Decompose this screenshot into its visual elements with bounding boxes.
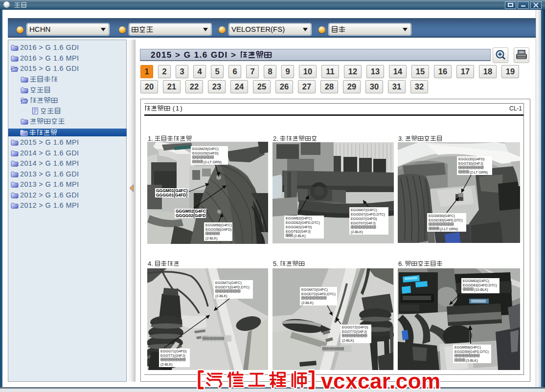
svg-text:EGGG56(G4FD): EGGG56(G4FD) xyxy=(205,227,232,232)
svg-text:(10-BLK): (10-BLK) xyxy=(474,287,488,292)
svg-text:EGGM62(G4FC): EGGM62(G4FC) xyxy=(286,216,312,220)
svg-text:(2-LT GRN): (2-LT GRN) xyxy=(204,160,222,164)
svg-text:GGGG02(G4FD): GGGG02(G4FD) xyxy=(176,213,207,218)
svg-text:EGGG07(G4FD): EGGG07(G4FD) xyxy=(351,217,377,221)
svg-text:(2-BLK): (2-BLK) xyxy=(301,301,314,305)
svg-text:(2-BLK): (2-BLK) xyxy=(215,294,227,298)
svg-text:(2-BLK): (2-BLK) xyxy=(160,362,173,367)
svg-text:GGGG01(G4FD): GGGG01(G4FD) xyxy=(156,193,187,197)
svg-text:EGGM72(G4FC): EGGM72(G4FC) xyxy=(301,287,328,292)
svg-text:(2-BLK): (2-BLK) xyxy=(294,234,306,238)
svg-text:EGGT07(G4FJ): EGGT07(G4FJ) xyxy=(351,221,376,225)
svg-text:EGGD63(G4FD,DTC): EGGD63(G4FD,DTC) xyxy=(463,283,497,287)
svg-text:(2-BLK): (2-BLK) xyxy=(205,236,218,240)
svg-text:vcxcar.com: vcxcar.com xyxy=(321,369,441,392)
svg-text:EGGG71(G4FD): EGGG71(G4FD) xyxy=(160,349,187,353)
svg-text:EGGM29(G4FC): EGGM29(G4FC) xyxy=(192,147,219,151)
svg-text:EGGD07(G4FD,DTC): EGGD07(G4FD,DTC) xyxy=(351,212,385,217)
svg-text:EGGM30(G4FC): EGGM30(G4FC) xyxy=(429,214,455,218)
svg-text:(2-LT GRN): (2-LT GRN) xyxy=(470,170,488,174)
svg-text:EGGD62(G4FD,DTC): EGGD62(G4FD,DTC) xyxy=(286,220,320,225)
svg-text:EGGD72(G4FD,DTC): EGGD72(G4FD,DTC) xyxy=(301,292,336,296)
svg-text:EGGG72(G4FD): EGGG72(G4FD) xyxy=(342,325,368,329)
svg-text:EGGM56(G4FC): EGGM56(G4FC) xyxy=(205,223,232,227)
svg-text:EGGG30(G4FD): EGGG30(G4FD) xyxy=(458,157,485,161)
svg-text:EGGD71(G4FD,DTC): EGGD71(G4FD,DTC) xyxy=(215,285,250,289)
svg-text:EGGT72(G4FJ): EGGT72(G4FJ) xyxy=(342,329,367,334)
svg-text:(3-BLK): (3-BLK) xyxy=(466,358,478,363)
svg-text:EGGD30(G4FD,DTC): EGGD30(G4FD,DTC) xyxy=(429,218,463,222)
svg-text:EGGM07(G4FC): EGGM07(G4FC) xyxy=(351,208,377,212)
svg-text:EGGT71(G4FJ): EGGT71(G4FJ) xyxy=(160,353,185,358)
svg-text:EGGG29(G4FD): EGGG29(G4FD) xyxy=(192,151,219,155)
svg-text:EGGT30(G4FJ): EGGT30(G4FJ) xyxy=(458,161,483,166)
svg-text:EGGG62(G4FD): EGGG62(G4FD) xyxy=(286,225,312,229)
svg-text:(2-LT GRN): (2-LT GRN) xyxy=(440,227,458,231)
svg-text:EGGM59(G4FC): EGGM59(G4FC) xyxy=(454,345,481,349)
svg-text:EGGM63(G4FC): EGGM63(G4FC) xyxy=(463,279,489,283)
svg-text:EGGD59(G4FD,DTC): EGGD59(G4FD,DTC) xyxy=(454,349,489,354)
svg-text:EGGM71(G4FC): EGGM71(G4FC) xyxy=(215,281,242,285)
svg-text:(2-BLK): (2-BLK) xyxy=(351,230,363,234)
svg-text:(2-BLK): (2-BLK) xyxy=(342,338,354,343)
svg-text:EGGT62(G4FJ): EGGT62(G4FJ) xyxy=(286,229,311,234)
